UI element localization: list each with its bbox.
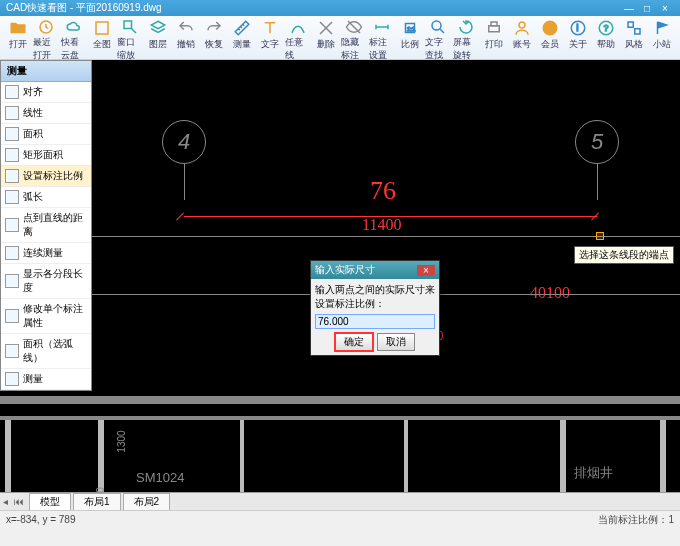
input-dimension-dialog: 输入实际尺寸 × 输入两点之间的实际尺寸来设置标注比例： 确定 取消 — [310, 260, 440, 356]
tool-label: 删除 — [317, 38, 335, 51]
tool-line[interactable]: 任意线 — [285, 18, 311, 57]
dimension-40100: 40100 — [530, 284, 570, 302]
svg-point-5 — [432, 21, 441, 30]
site-icon — [652, 18, 672, 38]
measure-menu-item[interactable]: 弧长 — [1, 187, 91, 208]
tool-find[interactable]: 文字查找 — [425, 18, 451, 57]
about-icon: i — [568, 18, 588, 38]
dim-1300: 1300 — [116, 430, 127, 452]
tool-zoomwin[interactable]: 窗口缩放 — [117, 18, 143, 57]
tool-measure[interactable]: 测量 — [229, 18, 255, 57]
endpoint-tooltip: 选择这条线段的端点 — [574, 246, 674, 264]
axis-bubble-4: 4 — [162, 120, 206, 164]
tool-scale[interactable]: 1:1比例 — [397, 18, 423, 57]
tool-label: 帮助 — [597, 38, 615, 51]
menu-item-label: 显示各分段长度 — [23, 267, 85, 295]
line-icon — [288, 18, 308, 36]
measure-menu-item[interactable]: 修改单个标注属性 — [1, 299, 91, 334]
measure-menu-item[interactable]: 显示各分段长度 — [1, 264, 91, 299]
rotate-icon — [456, 18, 476, 36]
tool-label: 图层 — [149, 38, 167, 51]
tool-dimset[interactable]: 标注设置 — [369, 18, 395, 57]
tool-help[interactable]: ?帮助 — [593, 18, 619, 57]
measure-menu-item[interactable]: 面积 — [1, 124, 91, 145]
tool-vip[interactable]: VIP会员 — [537, 18, 563, 57]
tool-label: 撤销 — [177, 38, 195, 51]
drawing-area[interactable]: 4 5 76 11400 40100 选择这条线段的端点 SM1024 排烟井 … — [0, 60, 680, 510]
tool-delete[interactable]: 删除 — [313, 18, 339, 57]
tool-cloud[interactable]: 快看云盘 — [61, 18, 87, 57]
layers-icon — [148, 18, 168, 38]
tool-rotate[interactable]: 屏幕旋转 — [453, 18, 479, 57]
tool-label: 恢复 — [205, 38, 223, 51]
measure-menu-item[interactable]: 点到直线的距离 — [1, 208, 91, 243]
tool-site[interactable]: 小站 — [649, 18, 675, 57]
dialog-close-button[interactable]: × — [417, 265, 435, 276]
tool-layers[interactable]: 图层 — [145, 18, 171, 57]
menu-item-icon — [5, 246, 19, 260]
maximize-button[interactable]: □ — [638, 3, 656, 14]
text-icon — [260, 18, 280, 38]
dimension-input[interactable] — [315, 314, 435, 329]
tool-style[interactable]: 风格 — [621, 18, 647, 57]
svg-text:?: ? — [604, 24, 609, 33]
tool-hide[interactable]: 隐藏标注 — [341, 18, 367, 57]
tool-label: 隐藏标注 — [341, 36, 367, 62]
find-icon — [428, 18, 448, 36]
cancel-button[interactable]: 取消 — [377, 333, 415, 351]
svg-rect-15 — [628, 22, 633, 27]
dimension-11400: 11400 — [362, 216, 401, 234]
tool-redo[interactable]: 恢复 — [201, 18, 227, 57]
menu-item-label: 修改单个标注属性 — [23, 302, 85, 330]
menu-item-icon — [5, 148, 19, 162]
measure-dropdown-menu: 测量 对齐线性面积矩形面积设置标注比例弧长点到直线的距离连续测量显示各分段长度修… — [0, 60, 92, 391]
measure-menu-item[interactable]: 面积（选弧线） — [1, 334, 91, 369]
tool-folder[interactable]: 打开 — [5, 18, 31, 57]
tool-text[interactable]: 文字 — [257, 18, 283, 57]
tool-label: 文字 — [261, 38, 279, 51]
user-icon — [512, 18, 532, 38]
ok-button[interactable]: 确定 — [335, 333, 373, 351]
tool-label: 比例 — [401, 38, 419, 51]
tool-user[interactable]: 账号 — [509, 18, 535, 57]
scale-icon: 1:1 — [400, 18, 420, 38]
layout-tabs: ◂ ⏮ 模型 布局1 布局2 — [0, 492, 680, 510]
tab-layout1[interactable]: 布局1 — [73, 493, 121, 510]
menu-item-icon — [5, 309, 19, 323]
close-button[interactable]: × — [656, 3, 674, 14]
tool-full[interactable]: 全图 — [89, 18, 115, 57]
tool-label: 标注设置 — [369, 36, 395, 62]
dialog-label: 输入两点之间的实际尺寸来设置标注比例： — [315, 283, 435, 311]
measure-menu-item[interactable]: 线性 — [1, 103, 91, 124]
tool-undo[interactable]: 撤销 — [173, 18, 199, 57]
menu-item-label: 对齐 — [23, 85, 43, 99]
svg-text:1:1: 1:1 — [407, 26, 416, 32]
menu-item-icon — [5, 218, 19, 232]
measure-menu-item[interactable]: 矩形面积 — [1, 145, 91, 166]
svg-rect-6 — [489, 26, 500, 32]
measure-menu-item[interactable]: 设置标注比例 — [1, 166, 91, 187]
tool-recent[interactable]: 最近打开 — [33, 18, 59, 57]
tab-first-icon[interactable]: ⏮ — [11, 496, 27, 507]
tool-label: 全图 — [93, 38, 111, 51]
tab-model[interactable]: 模型 — [29, 493, 71, 510]
tool-label: 任意线 — [285, 36, 311, 62]
tab-prev-icon[interactable]: ◂ — [0, 496, 11, 507]
menu-item-label: 面积（选弧线） — [23, 337, 85, 365]
tool-print[interactable]: 打印 — [481, 18, 507, 57]
room-label: SM1024 — [136, 470, 184, 485]
svg-point-8 — [519, 22, 525, 28]
tool-label: 会员 — [541, 38, 559, 51]
measure-menu-item[interactable]: 测量 — [1, 369, 91, 390]
menu-item-icon — [5, 127, 19, 141]
tool-label: 关于 — [569, 38, 587, 51]
tool-label: 小站 — [653, 38, 671, 51]
minimize-button[interactable]: — — [620, 3, 638, 14]
hide-icon — [344, 18, 364, 36]
svg-text:i: i — [577, 24, 579, 33]
measure-menu-item[interactable]: 连续测量 — [1, 243, 91, 264]
tab-layout2[interactable]: 布局2 — [123, 493, 171, 510]
tool-about[interactable]: i关于 — [565, 18, 591, 57]
measure-menu-item[interactable]: 对齐 — [1, 82, 91, 103]
undo-icon — [176, 18, 196, 38]
